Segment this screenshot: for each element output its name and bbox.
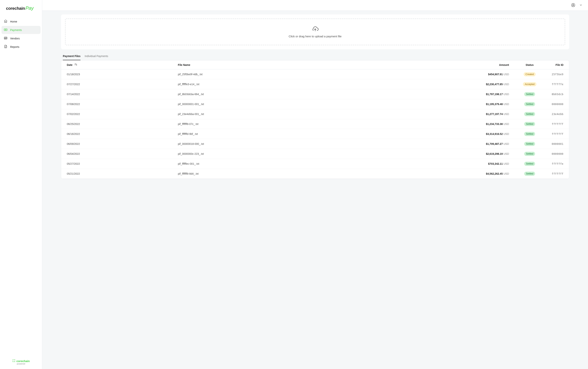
brand-text-2: Pay [25, 5, 34, 11]
tab-individual-payments[interactable]: Individual Payments [85, 53, 108, 60]
cell-amount: $4,562,262.45USD [343, 169, 516, 179]
footer-brand: corechain [17, 359, 30, 363]
cell-date: 05/27/2022 [61, 159, 175, 169]
col-date[interactable]: Date [61, 61, 175, 69]
cell-amount: $703,342.11USD [343, 159, 516, 169]
cell-status: Settled [516, 129, 543, 139]
status-badge: Created [524, 72, 536, 76]
cell-status: Settled [516, 99, 543, 109]
tabs: Payment FilesIndividual Payments [61, 53, 569, 60]
table-row[interactable]: 06/04/2022pif_0000000c-223_.txt$2,619,29… [61, 149, 569, 159]
cell-amount: $454,907.91USD [343, 69, 516, 79]
table-row[interactable]: 06/16/2022pif_fffffffd-9bf_.txt$3,314,91… [61, 129, 569, 139]
cloud-upload-icon [311, 26, 319, 33]
vendors-icon [4, 36, 8, 41]
cell-fileid: fffffff [543, 169, 569, 179]
table-row[interactable]: 06/09/2022pif_00000018-000_.txt$1,709,48… [61, 139, 569, 149]
cell-amount: $1,277,197.74USD [343, 109, 516, 119]
status-badge: Settled [524, 152, 535, 156]
cell-date: 07/08/2022 [61, 99, 175, 109]
status-badge: Settled [524, 112, 535, 116]
col-date-label: Date [67, 63, 72, 66]
table-row[interactable]: 07/27/2022pif_ffffffe3-e14_.txt$2,230,47… [61, 79, 569, 89]
sidebar-item-payments[interactable]: Payments [1, 26, 41, 34]
cell-status: Created [516, 69, 543, 79]
status-badge: Accepted [523, 82, 536, 86]
upload-dropzone[interactable]: Click or drag here to upload a payment f… [65, 19, 565, 45]
status-badge: Settled [524, 102, 535, 106]
cell-amount: $1,195,379.48USD [343, 99, 516, 109]
cell-status: Settled [516, 89, 543, 99]
sidebar: corechainPay HomePaymentsVendorsReports … [0, 0, 42, 369]
cell-amount: $1,797,198.17USD [343, 89, 516, 99]
cell-filename: pif_fffffff8-07c_.txt [175, 119, 343, 129]
svg-point-13 [573, 4, 574, 5]
sidebar-item-label: Vendors [10, 37, 20, 40]
cell-status: Settled [516, 159, 543, 169]
col-amount[interactable]: Amount [343, 61, 516, 69]
table-row[interactable]: 05/27/2022pif_ffffffec-001_.txt$703,342.… [61, 159, 569, 169]
upload-card: Click or drag here to upload a payment f… [61, 14, 569, 49]
status-badge: Settled [524, 132, 535, 136]
payments-icon [4, 28, 8, 32]
footer-powered: powered [0, 363, 42, 365]
cell-filename: pif_8b03dcba-664_.txt [175, 89, 343, 99]
svg-point-5 [5, 38, 6, 38]
col-filename[interactable]: File Name [175, 61, 343, 69]
cell-filename: pif_00000001-001_.txt [175, 99, 343, 109]
sidebar-footer: corechain powered [0, 356, 42, 369]
col-fileid[interactable]: File ID [543, 61, 569, 69]
cell-status: Settled [516, 109, 543, 119]
status-badge: Settled [524, 122, 535, 126]
sidebar-item-home[interactable]: Home [1, 17, 41, 26]
cell-date: 06/16/2022 [61, 129, 175, 139]
cell-filename: pif_ffffffec-001_.txt [175, 159, 343, 169]
cell-fileid: 0000000 [543, 149, 569, 159]
cell-filename: pif_ffffffe3-e14_.txt [175, 79, 343, 89]
sidebar-item-vendors[interactable]: Vendors [1, 34, 41, 42]
cell-fileid: fffffff [543, 119, 569, 129]
cell-fileid: 0000000 [543, 99, 569, 109]
chevron-down-icon[interactable] [579, 4, 582, 7]
cell-fileid: ffffffe [543, 79, 569, 89]
reports-icon [4, 45, 8, 49]
svg-point-1 [5, 30, 6, 30]
table-row[interactable]: 07/14/2022pif_8b03dcba-664_.txt$1,797,19… [61, 89, 569, 99]
cell-date: 01/18/2023 [61, 69, 175, 79]
table-row[interactable]: 07/08/2022pif_00000001-001_.txt$1,195,37… [61, 99, 569, 109]
content: Click or drag here to upload a payment f… [42, 11, 588, 369]
corechain-mark-icon [12, 359, 15, 363]
cell-status: Settled [516, 169, 543, 179]
status-badge: Settled [524, 162, 535, 166]
tab-payment-files[interactable]: Payment Files [63, 53, 81, 60]
sidebar-item-reports[interactable]: Reports [1, 43, 41, 51]
status-badge: Settled [524, 142, 535, 146]
cell-status: Accepted [516, 79, 543, 89]
sort-desc-icon [74, 63, 77, 67]
upload-prompt: Click or drag here to upload a payment f… [289, 35, 342, 38]
table-row[interactable]: 05/21/2022pif_fffffff8-8d4_.txt$4,562,26… [61, 169, 569, 179]
cell-fileid: fffffff [543, 129, 569, 139]
cell-amount: $2,230,477.85USD [343, 79, 516, 89]
cell-status: Settled [516, 149, 543, 159]
cell-date: 07/14/2022 [61, 89, 175, 99]
table-row[interactable]: 06/25/2022pif_fffffff8-07c_.txt$1,234,73… [61, 119, 569, 129]
cell-date: 06/04/2022 [61, 149, 175, 159]
home-icon [4, 19, 8, 24]
cell-filename: pif_00000018-000_.txt [175, 139, 343, 149]
cell-fileid: 25f5be9 [543, 69, 569, 79]
cell-date: 06/25/2022 [61, 119, 175, 129]
cell-amount: $1,234,733.38USD [343, 119, 516, 129]
table-row[interactable]: 01/18/2023pif_25f5be9f-4db_.txt$454,907.… [61, 69, 569, 79]
main-area: Click or drag here to upload a payment f… [42, 0, 588, 369]
brand-logo: corechainPay [0, 0, 42, 16]
col-status[interactable]: Status [516, 61, 543, 69]
cell-date: 06/09/2022 [61, 139, 175, 149]
cell-filename: pif_25f5be9f-4db_.txt [175, 69, 343, 79]
cell-date: 07/27/2022 [61, 79, 175, 89]
table-row[interactable]: 07/02/2022pif_23e4ebba-001_.txt$1,277,19… [61, 109, 569, 119]
cell-date: 07/02/2022 [61, 109, 175, 119]
profile-icon[interactable] [571, 3, 575, 8]
cell-status: Settled [516, 139, 543, 149]
cell-filename: pif_0000000c-223_.txt [175, 149, 343, 159]
